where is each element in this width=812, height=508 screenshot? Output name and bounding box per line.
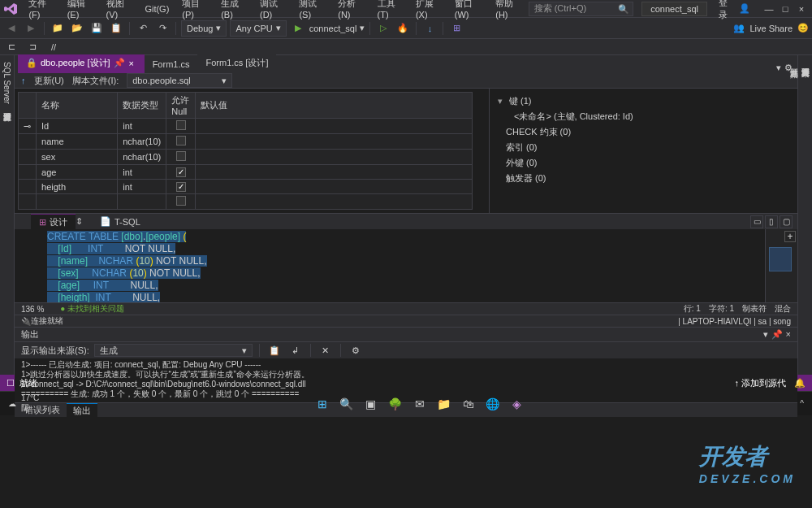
tab-dropdown-icon[interactable]: ▾ [776,63,781,73]
outdent-icon[interactable]: ⊐ [24,39,41,55]
tab-form1-cs[interactable]: Form1.cs [145,57,198,73]
clear-icon[interactable]: ✕ [317,342,334,358]
prop-keys[interactable]: ▾键 (1) [498,93,789,109]
null-checkbox[interactable] [176,167,186,177]
menu-tools[interactable]: 工具(T) [371,0,409,21]
menu-test[interactable]: 测试(S) [292,0,331,21]
prop-key-unnamed[interactable]: <未命名> (主键, Clustered: Id) [498,109,789,124]
explorer-icon[interactable]: 📁 [433,393,456,415]
notifications-icon[interactable]: 🔔 [794,378,806,389]
null-checkbox[interactable] [176,151,186,161]
step-icon[interactable]: ↓ [421,20,438,37]
tool-icon[interactable]: ⊞ [448,20,464,37]
search-icon[interactable]: 🔍 [335,393,358,415]
menu-edit[interactable]: 编辑(E) [61,0,100,21]
table-row[interactable]: ageint [19,165,473,180]
add-source-control[interactable]: ↑ 添加到源代 [734,377,786,389]
null-checkbox[interactable] [176,136,186,145]
undo-icon[interactable]: ↶ [135,20,151,37]
tray-chevron-icon[interactable]: ^ [800,399,804,408]
menu-file[interactable]: 文件(F) [22,0,60,21]
vs-icon[interactable]: ◈ [506,393,529,415]
menu-analyze[interactable]: 分析(N) [331,0,370,21]
comment-icon[interactable]: // [45,39,62,55]
login-button[interactable]: 登录 [712,0,734,23]
menu-debug[interactable]: 调试(D) [253,0,292,21]
menu-window[interactable]: 窗口(W) [448,0,490,21]
start-without-debug-icon[interactable]: ▷ [375,20,391,37]
quick-search-input[interactable]: 搜索 (Ctrl+Q) 🔍 [529,2,634,16]
dropdown-icon[interactable]: ▾ [763,329,768,340]
col-header-name[interactable]: 名称 [37,93,118,119]
table-row[interactable]: sexnchar(10) [19,150,473,165]
solution-explorer-rail[interactable]: 解决方案资源管理器属性 工具箱 [797,55,812,375]
null-checkbox[interactable] [176,120,186,130]
table-row[interactable] [19,194,473,210]
chevron-down-icon[interactable]: ▾ [360,23,365,33]
pin-icon[interactable]: 📌 [114,58,123,68]
menu-extensions[interactable]: 扩展(X) [409,0,448,21]
zoom-level[interactable]: 136 % [21,305,44,314]
pin-icon[interactable]: 📌 [771,329,783,340]
menu-view[interactable]: 视图(V) [100,0,139,21]
hotreload-icon[interactable]: 🔥 [395,20,411,37]
liveshare-label[interactable]: Live Share [749,24,793,33]
store-icon[interactable]: 🛍 [457,393,480,415]
split-v-icon[interactable]: ▯ [765,215,778,228]
expand-icon[interactable]: ⇕ [76,216,83,226]
redo-icon[interactable]: ↷ [154,20,171,37]
script-file-dropdown[interactable]: dbo.people.sql▾ [127,73,232,88]
prop-trigger[interactable]: 触发器 (0) [498,171,789,186]
tab-design[interactable]: ⊞设计 [31,214,76,230]
sql-editor[interactable]: CREATE TABLE [dbo].[people] ( [Id] INT N… [15,229,797,302]
menu-git[interactable]: Git(G) [138,2,175,15]
settings-icon[interactable]: ⚙ [348,342,364,358]
tab-dbo-people[interactable]: 🔒 dbo.people [设计] 📌 × [18,54,145,73]
widgets-icon[interactable]: 🌳 [384,393,407,415]
output-source-dropdown[interactable]: 生成▾ [94,344,253,357]
issues-indicator[interactable]: ● 未找到相关问题 [60,303,124,315]
clear-output-icon[interactable]: 📋 [266,342,283,358]
table-row[interactable]: namenchar(10) [19,134,473,150]
taskview-icon[interactable]: ▣ [360,393,382,415]
close-panel-icon[interactable]: × [786,329,791,340]
update-button[interactable]: 更新(U) [34,75,64,87]
null-checkbox[interactable] [176,182,186,192]
start-debug-button[interactable]: ▶ [290,20,306,37]
new-project-icon[interactable]: 📁 [50,20,66,37]
minimap[interactable]: + [765,229,797,302]
menu-project[interactable]: 项目(P) [175,0,214,21]
back-icon[interactable]: ◀ [3,20,19,37]
feedback-icon[interactable]: 😊 [797,23,809,33]
table-row[interactable]: ⊸Idint [19,119,473,134]
open-icon[interactable]: 📂 [69,20,85,37]
col-header-null[interactable]: 允许 Null [166,93,196,119]
save-icon[interactable]: 💾 [89,20,105,37]
maximize-button[interactable]: □ [778,2,793,16]
weather-widget[interactable]: ☁ 17°C阴 [8,393,39,414]
tab-form1-design[interactable]: Form1.cs [设计] [197,54,276,73]
close-button[interactable]: × [794,2,809,16]
config-dropdown[interactable]: Debug▾ [181,20,227,37]
prop-index[interactable]: 索引 (0) [498,140,789,155]
plus-icon[interactable]: + [784,231,796,242]
split-h-icon[interactable]: ▭ [750,215,763,228]
toggle-wrap-icon[interactable]: ↲ [287,342,304,358]
menu-build[interactable]: 生成(B) [214,0,253,21]
null-checkbox[interactable] [176,196,186,206]
mail-icon[interactable]: ✉ [408,393,431,415]
start-icon[interactable]: ⊞ [311,393,334,415]
table-row[interactable]: heigthint [19,180,473,194]
menu-help[interactable]: 帮助(H) [489,0,528,21]
tab-tsql[interactable]: 📄T-SQL [92,215,149,228]
indent-icon[interactable]: ⊏ [3,39,19,55]
forward-icon[interactable]: ▶ [23,20,39,37]
prop-check[interactable]: CHECK 约束 (0) [498,124,789,140]
close-icon[interactable]: × [127,59,136,68]
sql-server-explorer-rail[interactable]: SQL Server 对象资源管理器 [0,55,15,375]
edge-icon[interactable]: 🌐 [482,393,504,415]
save-all-icon[interactable]: 📋 [108,20,124,37]
close-split-icon[interactable]: ▢ [780,215,793,228]
minimize-button[interactable]: — [762,2,776,16]
prop-fk[interactable]: 外键 (0) [498,155,789,171]
